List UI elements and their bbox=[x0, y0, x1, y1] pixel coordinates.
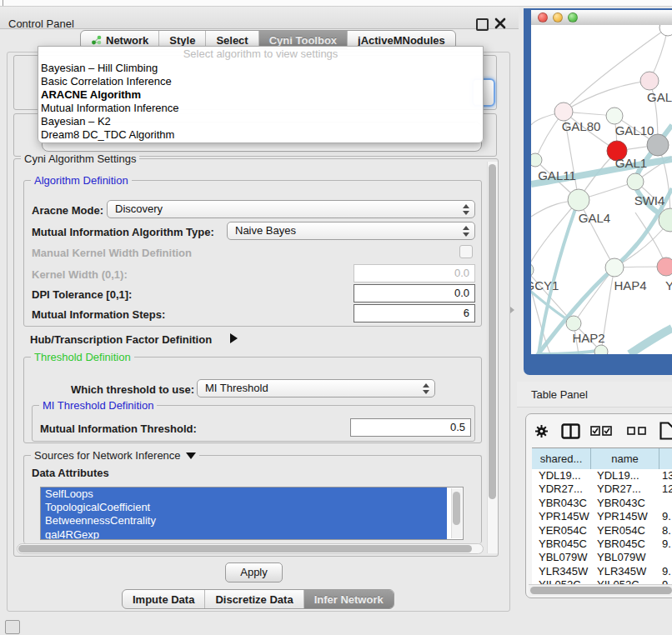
network-node[interactable] bbox=[594, 345, 608, 354]
network-node-swi4[interactable] bbox=[627, 173, 644, 190]
tab-infer-network[interactable]: Infer Network bbox=[304, 590, 394, 608]
table-row[interactable]: YER054CYER054C8. bbox=[532, 524, 672, 538]
panel-splitter-handle[interactable] bbox=[510, 307, 514, 313]
network-node-salmon[interactable] bbox=[657, 258, 672, 276]
svg-text:GAL80: GAL80 bbox=[562, 119, 601, 133]
attribute-item[interactable]: BetweennessCentrality bbox=[41, 514, 447, 528]
dropdown-item[interactable]: Mutual Information Inference bbox=[38, 102, 483, 115]
dropdown-item[interactable]: Basic Correlation Inference bbox=[38, 75, 483, 88]
svg-text:Y: Y bbox=[665, 278, 672, 292]
settings-vscroll-thumb[interactable] bbox=[489, 164, 496, 499]
zoom-traffic-light-icon[interactable] bbox=[568, 12, 578, 22]
table-row[interactable]: YDL19...YDL19...13 bbox=[532, 469, 672, 482]
settings-hscroll-thumb[interactable] bbox=[18, 545, 472, 552]
which-threshold-combo[interactable]: MI Threshold bbox=[197, 379, 435, 398]
minimized-panel-button[interactable] bbox=[5, 620, 20, 634]
algorithm-dropdown-popup: Select algorithm to view settings Bayesi… bbox=[38, 46, 484, 143]
settings-vertical-scrollbar[interactable] bbox=[487, 162, 498, 553]
attribute-item[interactable]: gal4RGexp bbox=[41, 528, 447, 540]
network-node-gcy1[interactable] bbox=[531, 262, 534, 278]
table-header-row: shared... name bbox=[532, 448, 672, 470]
collapse-down-icon[interactable] bbox=[186, 452, 196, 459]
mi-threshold-label: Mutual Information Threshold: bbox=[40, 422, 197, 435]
network-graph[interactable]: GAL GAL80 GAL10 GAL1 GAL11 SWI4 GAL4 GCY… bbox=[531, 25, 672, 354]
manual-kernel-checkbox[interactable] bbox=[459, 245, 473, 258]
table-hscroll-thumb[interactable] bbox=[530, 587, 672, 594]
tab-impute-data[interactable]: Impute Data bbox=[123, 590, 205, 608]
table-horizontal-scrollbar[interactable] bbox=[529, 584, 672, 596]
float-window-icon[interactable] bbox=[476, 18, 489, 31]
mi-threshold-input[interactable]: 0.5 bbox=[350, 418, 471, 437]
dropdown-item-highlighted[interactable]: ARACNE Algorithm bbox=[38, 88, 483, 102]
column-header-cut[interactable] bbox=[659, 448, 672, 470]
dropdown-item[interactable]: Bayesian – K2 bbox=[38, 115, 483, 128]
table-row[interactable]: YPR145WYPR145W9. bbox=[532, 510, 672, 523]
network-node[interactable] bbox=[659, 25, 672, 36]
kernel-width-input[interactable]: 0.0 bbox=[354, 264, 475, 282]
dpi-tolerance-input[interactable]: 0.0 bbox=[354, 284, 475, 302]
which-threshold-label: Which threshold to use: bbox=[71, 383, 194, 396]
settings-horizontal-scrollbar[interactable] bbox=[17, 543, 484, 554]
table-body: YDL19...YDL19...13 YDR27...YDR27...12 YB… bbox=[532, 469, 672, 584]
data-attributes-list[interactable]: SelfLoops TopologicalCoefficient Between… bbox=[40, 487, 464, 540]
select-all-checkboxes-icon[interactable] bbox=[590, 426, 612, 436]
table-row[interactable]: YBR045CYBR045C9. bbox=[532, 538, 672, 551]
svg-text:GAL: GAL bbox=[647, 90, 672, 104]
mi-steps-input[interactable]: 6 bbox=[354, 304, 475, 322]
combo-arrows-icon bbox=[463, 203, 469, 216]
sources-title: Sources for Network Inference bbox=[34, 449, 181, 462]
network-node-hap2[interactable] bbox=[566, 316, 581, 331]
svg-text:GAL1: GAL1 bbox=[615, 156, 647, 170]
close-traffic-light-icon[interactable] bbox=[538, 12, 548, 22]
attribute-item[interactable]: TopologicalCoefficient bbox=[41, 501, 447, 514]
table-row[interactable]: YLR345WYLR345W9. bbox=[532, 565, 672, 578]
expand-right-icon[interactable] bbox=[230, 333, 238, 343]
minimize-traffic-light-icon[interactable] bbox=[553, 12, 563, 22]
attributes-vertical-scrollbar[interactable] bbox=[451, 488, 462, 538]
dropdown-item[interactable]: Bayesian – Hill Climbing bbox=[38, 62, 483, 75]
network-node-hap4[interactable] bbox=[605, 258, 624, 277]
column-header-name[interactable]: name bbox=[591, 448, 659, 470]
network-node-gal80[interactable] bbox=[554, 102, 573, 121]
top-divider bbox=[3, 0, 3, 6]
dropdown-item[interactable]: Dream8 DC_TDC Algorithm bbox=[38, 128, 483, 142]
close-icon[interactable] bbox=[494, 18, 506, 29]
table-row[interactable]: YIL052CYIL052C9 bbox=[532, 578, 672, 584]
network-node-gal4[interactable] bbox=[568, 189, 589, 211]
tab-network-label: Network bbox=[106, 34, 148, 47]
aracne-mode-combo[interactable]: Discovery bbox=[107, 200, 475, 218]
table-row[interactable]: YBR043CYBR043C bbox=[532, 497, 672, 510]
apply-button[interactable]: Apply bbox=[225, 562, 283, 582]
dpi-tolerance-label: DPI Tolerance [0,1]: bbox=[32, 288, 132, 301]
manual-kernel-label: Manual Kernel Width Definition bbox=[32, 247, 192, 259]
gear-icon[interactable] bbox=[534, 424, 549, 438]
document-icon[interactable] bbox=[659, 422, 672, 440]
columns-icon[interactable] bbox=[561, 423, 580, 439]
column-header-shared-name[interactable]: shared... bbox=[532, 448, 591, 470]
network-node-gal[interactable] bbox=[640, 72, 659, 90]
network-icon bbox=[91, 35, 102, 45]
mi-threshold-group-title: MI Threshold Definition bbox=[39, 399, 157, 412]
network-window-titlebar[interactable] bbox=[531, 10, 672, 25]
network-node-gal10[interactable] bbox=[606, 108, 623, 124]
svg-text:SWI4: SWI4 bbox=[634, 193, 665, 208]
attributes-vscroll-thumb[interactable] bbox=[453, 492, 460, 525]
tab-discretize-data[interactable]: Discretize Data bbox=[205, 590, 303, 608]
network-node-gal11[interactable] bbox=[531, 153, 542, 167]
deselect-all-checkboxes-icon[interactable] bbox=[627, 427, 647, 435]
cyni-settings-title: Cyni Algorithm Settings bbox=[21, 152, 139, 165]
combo-arrows-icon bbox=[463, 225, 469, 238]
combo-arrows-icon bbox=[423, 382, 429, 395]
table-row[interactable]: YBL079WYBL079W bbox=[532, 551, 672, 564]
svg-text:GCY1: GCY1 bbox=[531, 278, 559, 292]
algorithm-definition-title: Algorithm Definition bbox=[31, 174, 132, 187]
table-row[interactable]: YDR27...YDR27...12 bbox=[532, 482, 672, 496]
top-strip bbox=[0, 0, 672, 7]
attribute-item[interactable]: SelfLoops bbox=[41, 488, 447, 501]
svg-text:GAL10: GAL10 bbox=[615, 123, 654, 138]
svg-text:HAP2: HAP2 bbox=[572, 331, 604, 345]
app-root: { "control_panel": { "title": "Control P… bbox=[0, 0, 672, 635]
bottom-tabs: Impute Data Discretize Data Infer Networ… bbox=[122, 589, 394, 609]
kernel-width-label: Kernel Width (0,1): bbox=[32, 268, 128, 281]
mi-type-combo[interactable]: Naive Bayes bbox=[227, 222, 475, 240]
